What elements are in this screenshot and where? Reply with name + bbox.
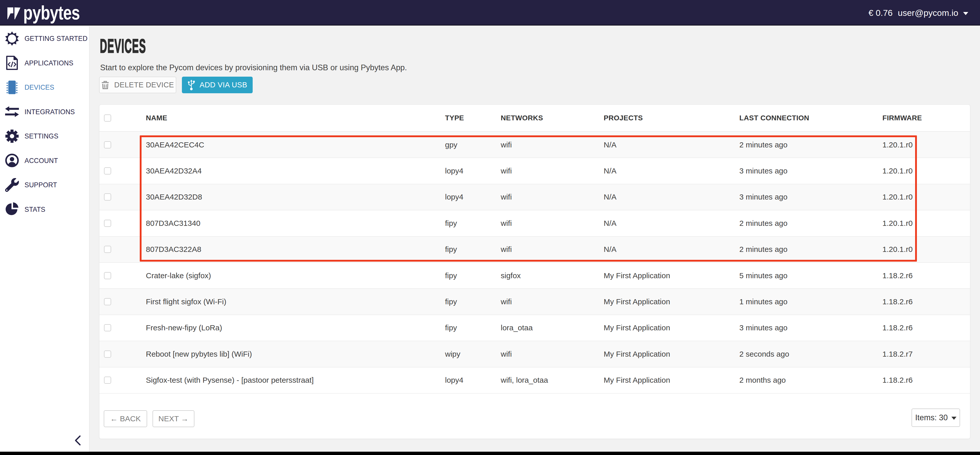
back-button[interactable]: ← BACK xyxy=(104,410,147,427)
select-all-checkbox[interactable] xyxy=(104,115,111,122)
items-per-page-dropdown[interactable]: Items: 30 xyxy=(912,409,960,427)
logo-text: pybytes xyxy=(23,0,80,25)
items-per-page-label: Items: 30 xyxy=(915,413,948,422)
swap-arrows-icon xyxy=(5,104,19,119)
cell-networks: wifi xyxy=(501,350,512,358)
sidebar-item-applications[interactable]: APPLICATIONS xyxy=(0,51,89,75)
caret-down-icon xyxy=(951,417,956,420)
row-checkbox[interactable] xyxy=(104,377,111,384)
device-row-5[interactable]: 807D3AC322A8fipywifiN/A2 minutes ago1.20… xyxy=(99,237,970,262)
cell-projects: N/A xyxy=(604,167,616,175)
row-checkbox[interactable] xyxy=(104,141,111,148)
device-row-7[interactable]: First flight sigfox (Wi-Fi)fipywifiMy Fi… xyxy=(99,289,970,315)
sidebar-item-settings[interactable]: SETTINGS xyxy=(0,124,89,148)
next-button[interactable]: NEXT → xyxy=(153,410,194,427)
pybytes-devices-page: pybytes € 0.76 user@pycom.io GETTING STA… xyxy=(0,0,980,455)
cell-name: 807D3AC31340 xyxy=(146,219,200,228)
user-menu[interactable]: user@pycom.io xyxy=(898,0,968,25)
cell-networks: wifi xyxy=(501,219,512,228)
cell-firmware: 1.20.1.r0 xyxy=(882,167,913,175)
row-checkbox[interactable] xyxy=(104,298,111,305)
cell-networks: wifi xyxy=(501,245,512,254)
cell-projects: My First Application xyxy=(604,271,670,280)
cell-firmware: 1.18.2.r6 xyxy=(882,271,913,280)
cell-firmware: 1.18.2.r6 xyxy=(882,298,913,306)
page-subtitle: Start to explore the Pycom devices by pr… xyxy=(100,63,407,72)
column-header-name[interactable]: NAME xyxy=(146,114,167,122)
sidebar-item-stats[interactable]: STATS xyxy=(0,197,89,222)
column-header-last-connection[interactable]: LAST CONNECTION xyxy=(739,114,809,122)
cell-type: fipy xyxy=(445,271,457,280)
cell-networks: lora_otaa xyxy=(501,323,533,332)
user-email: user@pycom.io xyxy=(898,8,958,18)
cell-firmware: 1.20.1.r0 xyxy=(882,219,913,228)
trash-icon xyxy=(102,81,109,89)
row-checkbox[interactable] xyxy=(104,220,111,227)
sidebar-nav: GETTING STARTED APPLICATIONS DEVICES INT… xyxy=(0,26,89,221)
column-header-networks[interactable]: NETWORKS xyxy=(501,114,543,122)
sidebar-item-label: INTEGRATIONS xyxy=(24,108,75,116)
cell-name: First flight sigfox (Wi-Fi) xyxy=(146,298,226,306)
pie-chart-icon xyxy=(5,202,19,216)
device-row-6[interactable]: Crater-lake (sigfox)fipysigfoxMy First A… xyxy=(99,262,970,289)
add-via-usb-label: ADD VIA USB xyxy=(199,81,247,89)
sidebar-item-getting-started[interactable]: GETTING STARTED xyxy=(0,26,89,51)
device-row-9[interactable]: Reboot [new pybytes lib] (WiFi)wipywifiM… xyxy=(99,341,970,367)
column-header-projects[interactable]: PROJECTS xyxy=(604,114,643,122)
device-row-1[interactable]: 30AEA42CEC4CgpywifiN/A2 minutes ago1.20.… xyxy=(99,132,970,158)
sidebar-collapse-button[interactable] xyxy=(73,435,82,446)
cell-type: lopy4 xyxy=(445,376,463,385)
cell-type: lopy4 xyxy=(445,167,463,175)
add-via-usb-button[interactable]: ADD VIA USB xyxy=(182,76,253,93)
cell-last-connection: 2 minutes ago xyxy=(739,219,788,228)
sidebar-item-label: DEVICES xyxy=(24,83,54,91)
cell-projects: My First Application xyxy=(604,298,670,306)
sun-icon xyxy=(5,31,19,46)
cell-name: Reboot [new pybytes lib] (WiFi) xyxy=(146,350,252,358)
row-checkbox[interactable] xyxy=(104,324,111,331)
sidebar-item-support[interactable]: SUPPORT xyxy=(0,173,89,197)
sidebar-item-label: SETTINGS xyxy=(24,132,59,140)
cell-projects: N/A xyxy=(604,245,616,254)
sidebar-item-devices[interactable]: DEVICES xyxy=(0,75,89,100)
chip-icon xyxy=(5,80,19,95)
cell-projects: My First Application xyxy=(604,376,670,385)
bottom-strip xyxy=(0,452,980,455)
cell-networks: wifi xyxy=(501,192,512,201)
cell-name: Fresh-new-fipy (LoRa) xyxy=(146,323,222,332)
device-row-2[interactable]: 30AEA42D32A4lopy4wifiN/A3 minutes ago1.2… xyxy=(99,158,970,184)
cell-type: lopy4 xyxy=(445,192,463,201)
cell-last-connection: 2 minutes ago xyxy=(739,245,788,254)
account-balance[interactable]: € 0.76 xyxy=(869,0,892,25)
cell-projects: N/A xyxy=(604,219,616,228)
device-row-10[interactable]: Sigfox-test (with Pysense) - [pastoor pe… xyxy=(99,368,970,393)
cell-type: fipy xyxy=(445,298,457,306)
sidebar-item-integrations[interactable]: INTEGRATIONS xyxy=(0,100,89,124)
device-row-3[interactable]: 30AEA42D32D8lopy4wifiN/A3 minutes ago1.2… xyxy=(99,184,970,210)
row-checkbox[interactable] xyxy=(104,350,111,358)
cell-type: wipy xyxy=(445,350,460,358)
sidebar-item-label: ACCOUNT xyxy=(24,156,58,165)
sidebar-item-label: GETTING STARTED xyxy=(24,34,88,43)
device-row-4[interactable]: 807D3AC31340fipywifiN/A2 minutes ago1.20… xyxy=(99,210,970,236)
devices-table-card: NAME TYPE NETWORKS PROJECTS LAST CONNECT… xyxy=(99,105,970,439)
row-checkbox[interactable] xyxy=(104,167,111,175)
wrench-icon xyxy=(5,178,19,192)
delete-device-button[interactable]: DELETE DEVICE xyxy=(99,76,176,93)
cell-firmware: 1.18.2.r6 xyxy=(882,376,913,385)
row-checkbox[interactable] xyxy=(104,272,111,279)
column-header-firmware[interactable]: FIRMWARE xyxy=(882,114,922,122)
row-checkbox[interactable] xyxy=(104,193,111,200)
cell-last-connection: 3 minutes ago xyxy=(739,192,788,201)
back-label: ← BACK xyxy=(110,414,141,423)
column-header-type[interactable]: TYPE xyxy=(445,114,464,122)
sidebar: GETTING STARTED APPLICATIONS DEVICES INT… xyxy=(0,26,89,452)
device-row-8[interactable]: Fresh-new-fipy (LoRa)fipylora_otaaMy Fir… xyxy=(99,315,970,341)
next-label: NEXT → xyxy=(158,414,189,423)
cell-projects: N/A xyxy=(604,192,616,201)
row-checkbox[interactable] xyxy=(104,246,111,253)
usb-icon xyxy=(187,80,196,91)
sidebar-item-account[interactable]: ACCOUNT xyxy=(0,148,89,173)
cell-networks: wifi xyxy=(501,140,512,149)
pybytes-logo[interactable]: pybytes xyxy=(7,0,95,25)
